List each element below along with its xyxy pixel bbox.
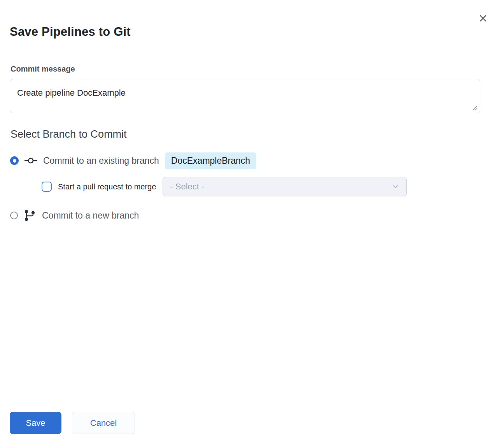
pull-request-row[interactable]: Start a pull request to merge - Select - [42,177,407,196]
git-branch-icon [24,209,36,222]
save-button[interactable]: Save [10,412,61,434]
existing-branch-option-row[interactable]: Commit to an existing branch DocExampleB… [10,152,256,169]
target-branch-select-value: - Select - [170,182,392,192]
commit-message-input[interactable]: Create pipeline DocExample [10,79,480,113]
branch-section-heading: Select Branch to Commit [11,128,127,140]
new-branch-option-row[interactable]: Commit to a new branch [10,208,139,222]
commit-message-label: Commit message [11,65,75,74]
existing-branch-label: Commit to an existing branch [43,156,159,166]
resize-handle-icon[interactable] [472,105,478,111]
pull-request-label: Start a pull request to merge [58,182,156,191]
dialog-title: Save Pipelines to Git [10,25,131,39]
new-branch-label: Commit to a new branch [42,210,139,221]
branch-name-chip[interactable]: DocExampleBranch [165,152,256,169]
existing-branch-radio[interactable] [10,156,19,165]
close-button[interactable] [478,13,488,23]
close-icon [478,14,488,23]
new-branch-radio[interactable] [10,212,18,219]
cancel-button[interactable]: Cancel [72,412,135,434]
chevron-down-icon [392,183,399,191]
target-branch-select[interactable]: - Select - [163,177,407,196]
dialog-footer: Save Cancel [10,412,135,434]
pull-request-checkbox[interactable] [42,182,52,192]
git-commit-icon [25,157,37,164]
